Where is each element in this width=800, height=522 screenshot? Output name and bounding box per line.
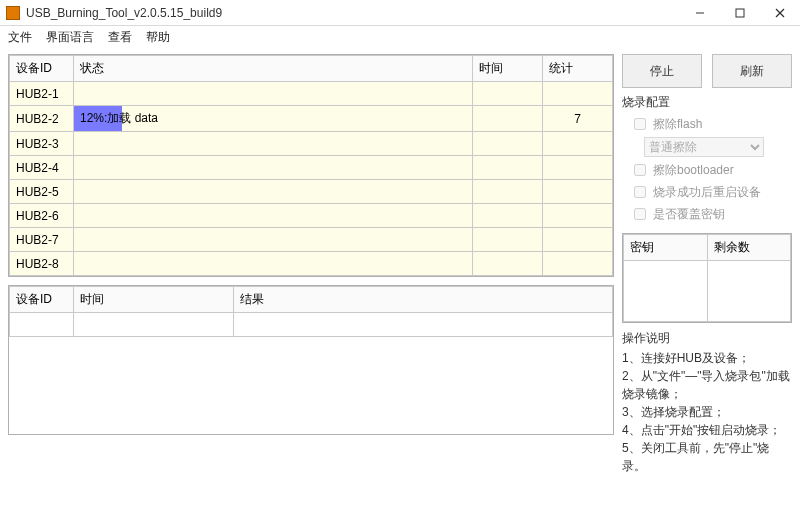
column-resize-handle[interactable] [229, 287, 233, 312]
minimize-button[interactable] [680, 0, 720, 25]
col-device-id[interactable]: 设备ID [10, 56, 74, 82]
key-table: 密钥 剩余数 [622, 233, 792, 323]
cell-time [473, 106, 543, 132]
cell-time [473, 252, 543, 276]
config-title: 烧录配置 [622, 94, 792, 111]
progress-label: 12%:加载 data [74, 106, 472, 131]
cell-device-id: HUB2-5 [10, 180, 74, 204]
col-time[interactable]: 时间 [473, 56, 543, 82]
table-row[interactable]: HUB2-7 [10, 228, 613, 252]
cell-status [74, 204, 473, 228]
burn-config: 烧录配置 擦除flash 普通擦除 擦除bootloader 烧录成功后重启设备… [622, 94, 792, 227]
menu-file[interactable]: 文件 [8, 29, 32, 46]
cell-status [74, 252, 473, 276]
cell-stats [543, 204, 613, 228]
cell-status: 12%:加载 data [74, 106, 473, 132]
cell-stats [543, 82, 613, 106]
cell-status [74, 132, 473, 156]
instruction-item: 1、连接好HUB及设备； [622, 349, 792, 367]
col-stats[interactable]: 统计 [543, 56, 613, 82]
col-log-result[interactable]: 结果 [234, 287, 613, 313]
cell-status [74, 180, 473, 204]
reboot-after-checkbox[interactable]: 烧录成功后重启设备 [630, 183, 792, 201]
cell-stats: 7 [543, 106, 613, 132]
instruction-item: 4、点击"开始"按钮启动烧录； [622, 421, 792, 439]
cell-device-id: HUB2-4 [10, 156, 74, 180]
menu-help[interactable]: 帮助 [146, 29, 170, 46]
menu-view[interactable]: 查看 [108, 29, 132, 46]
app-icon [6, 6, 20, 20]
titlebar: USB_Burning_Tool_v2.0.5.15_build9 [0, 0, 800, 26]
cell-time [473, 82, 543, 106]
col-log-time[interactable]: 时间 [74, 287, 234, 313]
refresh-button[interactable]: 刷新 [712, 54, 792, 88]
window-title: USB_Burning_Tool_v2.0.5.15_build9 [26, 6, 680, 20]
stop-button[interactable]: 停止 [622, 54, 702, 88]
menubar: 文件 界面语言 查看 帮助 [0, 26, 800, 48]
cell-status [74, 82, 473, 106]
erase-mode-select[interactable]: 普通擦除 [644, 137, 764, 157]
instructions-title: 操作说明 [622, 329, 792, 347]
svg-rect-1 [736, 9, 744, 17]
erase-bootloader-checkbox[interactable]: 擦除bootloader [630, 161, 792, 179]
erase-flash-checkbox[interactable]: 擦除flash [630, 115, 792, 133]
log-table: 设备ID 时间 结果 [8, 285, 614, 435]
col-status[interactable]: 状态 [74, 56, 473, 82]
cell-time [473, 132, 543, 156]
maximize-button[interactable] [720, 0, 760, 25]
cell-device-id: HUB2-2 [10, 106, 74, 132]
cell-device-id: HUB2-3 [10, 132, 74, 156]
cell-status [74, 228, 473, 252]
instruction-item: 5、关闭工具前，先"停止"烧录。 [622, 439, 792, 475]
cell-device-id: HUB2-6 [10, 204, 74, 228]
cell-device-id: HUB2-8 [10, 252, 74, 276]
cell-time [473, 156, 543, 180]
instructions: 操作说明 1、连接好HUB及设备；2、从"文件"—"导入烧录包"加载烧录镜像；3… [622, 329, 792, 475]
col-key[interactable]: 密钥 [624, 235, 708, 261]
close-button[interactable] [760, 0, 800, 25]
column-resize-handle[interactable] [69, 287, 73, 312]
table-row[interactable]: HUB2-5 [10, 180, 613, 204]
table-row[interactable]: HUB2-8 [10, 252, 613, 276]
device-table: 设备ID 状态 时间 统计 HUB2-1HUB2-212%:加载 data7HU… [8, 54, 614, 277]
cell-stats [543, 180, 613, 204]
instruction-item: 2、从"文件"—"导入烧录包"加载烧录镜像； [622, 367, 792, 403]
table-row[interactable]: HUB2-212%:加载 data7 [10, 106, 613, 132]
cell-stats [543, 132, 613, 156]
cell-stats [543, 228, 613, 252]
cell-device-id: HUB2-7 [10, 228, 74, 252]
col-remaining[interactable]: 剩余数 [707, 235, 791, 261]
cell-time [473, 204, 543, 228]
menu-language[interactable]: 界面语言 [46, 29, 94, 46]
cell-status [74, 156, 473, 180]
column-resize-handle[interactable] [69, 56, 73, 81]
overwrite-key-checkbox[interactable]: 是否覆盖密钥 [630, 205, 792, 223]
cell-time [473, 228, 543, 252]
cell-stats [543, 156, 613, 180]
table-row[interactable]: HUB2-6 [10, 204, 613, 228]
cell-device-id: HUB2-1 [10, 82, 74, 106]
cell-stats [543, 252, 613, 276]
column-resize-handle[interactable] [468, 56, 472, 81]
table-row[interactable]: HUB2-3 [10, 132, 613, 156]
instruction-item: 3、选择烧录配置； [622, 403, 792, 421]
table-row[interactable]: HUB2-4 [10, 156, 613, 180]
table-row[interactable]: HUB2-1 [10, 82, 613, 106]
column-resize-handle[interactable] [538, 56, 542, 81]
col-log-device-id[interactable]: 设备ID [10, 287, 74, 313]
cell-time [473, 180, 543, 204]
